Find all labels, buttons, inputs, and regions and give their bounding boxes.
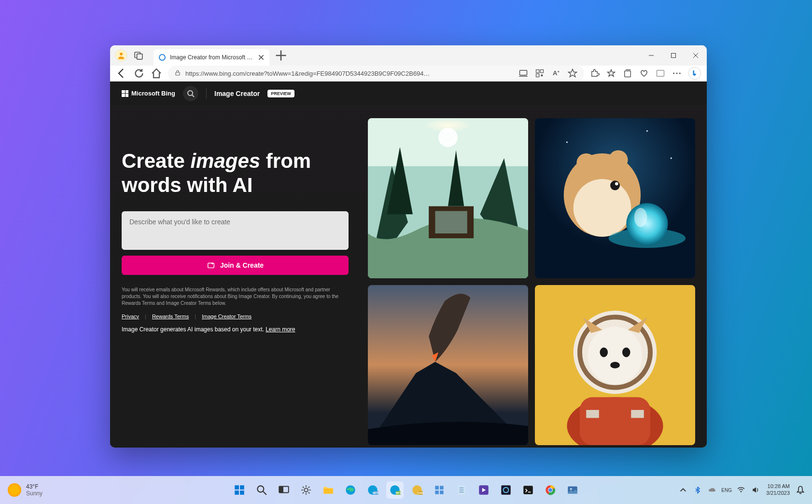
sun-icon xyxy=(8,483,21,497)
more-button[interactable] xyxy=(672,68,682,78)
svg-rect-5 xyxy=(672,54,676,58)
search-button[interactable] xyxy=(183,86,198,101)
start-button[interactable] xyxy=(231,481,248,499)
creator-terms-link[interactable]: Image Creator Terms xyxy=(202,313,252,319)
task-view-icon xyxy=(278,484,290,496)
edge-beta-app[interactable]: BETA xyxy=(364,481,381,499)
svg-point-88 xyxy=(570,488,572,490)
svg-rect-53 xyxy=(240,485,244,490)
read-aloud-button[interactable]: A» xyxy=(551,68,561,78)
photos-app[interactable] xyxy=(564,481,581,499)
svg-point-49 xyxy=(610,362,620,368)
photos-icon xyxy=(566,484,579,496)
user-avatar-icon xyxy=(117,51,126,60)
new-tab-button[interactable] xyxy=(274,49,288,62)
browser-window: Image Creator from Microsoft Bi… https:/… xyxy=(110,45,707,448)
edge-dev-icon: DEV xyxy=(389,484,401,496)
chrome-app[interactable] xyxy=(542,481,559,499)
task-view-button[interactable] xyxy=(275,481,293,499)
clock-tray[interactable]: 10:28 AM 3/21/2023 xyxy=(766,483,790,497)
bing-favicon-icon xyxy=(158,54,166,61)
date-label: 3/21/2023 xyxy=(766,490,790,497)
join-create-button[interactable]: Join & Create xyxy=(122,256,349,275)
favorites-button[interactable] xyxy=(606,68,616,78)
svg-point-89 xyxy=(741,491,742,492)
bluetooth-tray[interactable] xyxy=(694,486,701,494)
edge-canary-app[interactable]: CAN xyxy=(408,481,426,499)
file-explorer-app[interactable] xyxy=(320,481,337,499)
screenshot-button[interactable] xyxy=(656,68,665,78)
svg-point-0 xyxy=(120,53,123,55)
system-tray: ENG 10:28 AM 3/21/2023 xyxy=(679,483,804,497)
collections-icon xyxy=(623,68,632,78)
svg-rect-73 xyxy=(435,490,439,494)
onedrive-tray[interactable] xyxy=(708,486,716,494)
bluetooth-icon xyxy=(694,486,701,494)
widgets-icon xyxy=(433,484,446,496)
page-body: Create images from words with AI Describ… xyxy=(110,106,707,448)
settings-app[interactable] xyxy=(297,481,315,499)
svg-rect-80 xyxy=(501,485,511,495)
copilot-icon xyxy=(500,484,512,496)
svg-line-20 xyxy=(192,95,194,97)
sparkle-icon xyxy=(207,261,215,270)
address-bar: https://www.bing.com/create?toWww=1&redi… xyxy=(110,66,707,82)
maximize-button[interactable] xyxy=(662,45,685,66)
maximize-icon xyxy=(671,53,676,58)
close-window-button[interactable] xyxy=(685,45,707,66)
back-button[interactable] xyxy=(116,68,127,79)
profile-avatar[interactable] xyxy=(115,49,127,62)
extensions-button[interactable] xyxy=(590,68,600,78)
terminal-app[interactable] xyxy=(519,481,537,499)
copilot-app[interactable] xyxy=(497,481,515,499)
tab-actions-button[interactable] xyxy=(134,51,143,60)
url-input[interactable]: https://www.bing.com/create?toWww=1&redi… xyxy=(168,66,584,81)
edge-icon xyxy=(344,484,357,496)
performance-button[interactable] xyxy=(639,68,649,78)
svg-point-30 xyxy=(671,157,672,159)
tray-chevron[interactable] xyxy=(679,486,687,494)
edge-dev-app[interactable]: DEV xyxy=(386,481,404,499)
bing-brand[interactable]: Microsoft Bing xyxy=(122,90,175,97)
privacy-link[interactable]: Privacy xyxy=(122,313,139,319)
svg-rect-51 xyxy=(631,410,644,418)
separator xyxy=(206,88,207,99)
widgets-app[interactable] xyxy=(431,481,448,499)
browser-tab[interactable]: Image Creator from Microsoft Bi… xyxy=(154,49,269,66)
notepad-app[interactable] xyxy=(453,481,470,499)
refresh-icon xyxy=(133,68,145,79)
edge-canary-icon: CAN xyxy=(411,484,423,496)
star-plus-icon xyxy=(606,68,616,78)
device-sync-button[interactable] xyxy=(518,68,528,78)
home-button[interactable] xyxy=(151,68,162,79)
url-actions: A» xyxy=(518,68,577,78)
edge-app[interactable] xyxy=(342,481,359,499)
bing-chat-button[interactable] xyxy=(688,67,701,80)
rewards-terms-link[interactable]: Rewards Terms xyxy=(152,313,189,319)
weather-widget[interactable]: 43°F Sunny xyxy=(8,483,42,497)
svg-point-48 xyxy=(622,347,630,357)
svg-rect-10 xyxy=(540,70,543,73)
refresh-button[interactable] xyxy=(133,68,145,79)
folder-icon xyxy=(322,484,335,496)
qr-button[interactable] xyxy=(535,68,545,78)
lock-icon xyxy=(175,70,181,77)
volume-tray[interactable] xyxy=(752,486,759,494)
disclaimer-text: You will receive emails about Microsoft … xyxy=(122,286,349,307)
language-tray[interactable]: ENG xyxy=(723,486,730,494)
chrome-icon xyxy=(544,484,557,496)
search-button[interactable] xyxy=(253,481,270,499)
clipchamp-app[interactable] xyxy=(475,481,492,499)
collections-button[interactable] xyxy=(623,68,632,78)
favorite-button[interactable] xyxy=(568,68,577,78)
svg-line-57 xyxy=(263,491,266,495)
svg-rect-59 xyxy=(279,486,283,492)
wifi-tray[interactable] xyxy=(737,486,745,494)
plus-icon xyxy=(274,49,288,62)
tab-close-button[interactable] xyxy=(258,54,265,61)
minimize-button[interactable] xyxy=(640,45,662,66)
prompt-input[interactable]: Describe what you'd like to create xyxy=(122,211,349,250)
svg-rect-12 xyxy=(541,75,543,77)
notifications-tray[interactable] xyxy=(797,486,804,494)
learn-more-link[interactable]: Learn more xyxy=(266,326,295,333)
